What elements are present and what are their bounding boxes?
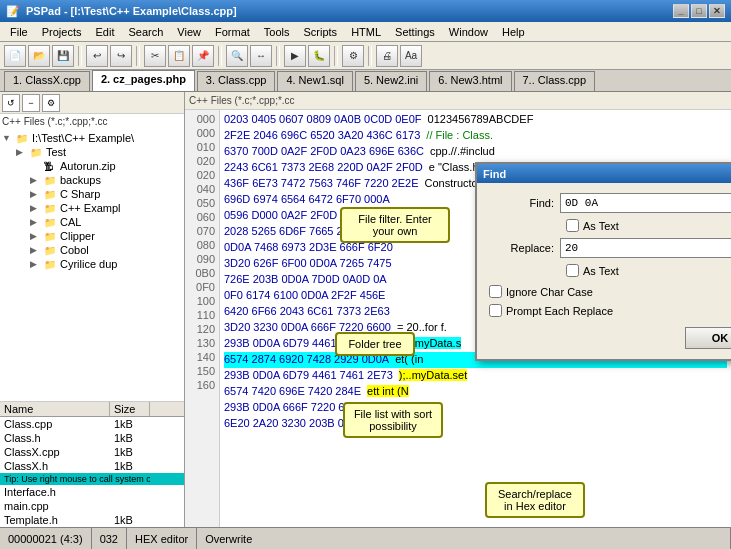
tree-node-root[interactable]: ▼ 📁 I:\Test\C++ Example\ (2, 131, 182, 145)
print-button[interactable]: 🖨 (376, 45, 398, 67)
status-col: 032 (92, 528, 127, 549)
filelist-body: Class.cpp 1kB Class.h 1kB ClassX.cpp 1kB… (0, 417, 184, 527)
copy-button[interactable]: 📋 (168, 45, 190, 67)
tree-node-backups[interactable]: ▶ 📁 backups (2, 173, 182, 187)
expand-icon: ▶ (30, 245, 42, 255)
menu-view[interactable]: View (171, 25, 207, 39)
close-button[interactable]: ✕ (709, 4, 725, 18)
folder-tree[interactable]: ▼ 📁 I:\Test\C++ Example\ ▶ 📁 Test 🗜 Auto… (0, 129, 184, 401)
tab-class-cpp2[interactable]: 7.. Class.cpp (514, 71, 596, 91)
cut-button[interactable]: ✂ (144, 45, 166, 67)
find-button[interactable]: 🔍 (226, 45, 248, 67)
tree-node-cal[interactable]: ▶ 📁 CAL (2, 215, 182, 229)
save-button[interactable]: 💾 (52, 45, 74, 67)
replace-input[interactable] (560, 238, 731, 258)
tab-classx-cpp[interactable]: 1. ClassX.cpp (4, 71, 90, 91)
replace-astext-checkbox[interactable] (566, 264, 579, 277)
replace-row: Replace: (489, 238, 731, 258)
file-size: 1kB (110, 514, 150, 526)
sidebar-settings-button[interactable]: ⚙ (42, 94, 60, 112)
tab-cz-pages[interactable]: 2. cz_pages.php (92, 70, 195, 91)
file-icon: 🗜 (44, 161, 58, 172)
tab-new1-sql[interactable]: 4. New1.sql (277, 71, 352, 91)
minimize-button[interactable]: _ (673, 4, 689, 18)
paste-button[interactable]: 📌 (192, 45, 214, 67)
new-button[interactable]: 📄 (4, 45, 26, 67)
menu-search[interactable]: Search (122, 25, 169, 39)
titlebar: 📝 PSPad - [I:\Test\C++ Example\Class.cpp… (0, 0, 731, 22)
ok-button[interactable]: OK (685, 327, 731, 349)
run-button[interactable]: ▶ (284, 45, 306, 67)
expand-icon: ▶ (30, 175, 42, 185)
maximize-button[interactable]: □ (691, 4, 707, 18)
menu-window[interactable]: Window (443, 25, 494, 39)
list-item[interactable]: main.cpp (0, 499, 184, 513)
menu-format[interactable]: Format (209, 25, 256, 39)
tree-node-cyrilice[interactable]: ▶ 📁 Cyrilice dup (2, 257, 182, 271)
undo-button[interactable]: ↩ (86, 45, 108, 67)
list-item[interactable]: Template.h 1kB (0, 513, 184, 527)
menu-file[interactable]: File (4, 25, 34, 39)
sidebar-refresh-button[interactable]: ↺ (2, 94, 20, 112)
redo-button[interactable]: ↪ (110, 45, 132, 67)
open-button[interactable]: 📂 (28, 45, 50, 67)
list-item[interactable]: Class.cpp 1kB (0, 417, 184, 431)
menubar: File Projects Edit Search View Format To… (0, 22, 731, 42)
tabs: 1. ClassX.cpp 2. cz_pages.php 3. Class.c… (0, 70, 731, 92)
tree-node-cpp-exampl[interactable]: ▶ 📁 C++ Exampl (2, 201, 182, 215)
replace-astext-label: As Text (583, 265, 619, 277)
find-dialog: Find ? ✕ Find: As Text Replace: (475, 162, 731, 361)
list-item[interactable]: ClassX.h 1kB (0, 459, 184, 473)
tab-class-cpp[interactable]: 3. Class.cpp (197, 71, 276, 91)
list-item[interactable]: ClassX.cpp 1kB (0, 445, 184, 459)
titlebar-controls[interactable]: _ □ ✕ (673, 4, 725, 18)
list-item[interactable]: Interface.h (0, 485, 184, 499)
tree-node-cobol[interactable]: ▶ 📁 Cobol (2, 243, 182, 257)
menu-settings[interactable]: Settings (389, 25, 441, 39)
menu-html[interactable]: HTML (345, 25, 387, 39)
tree-node-clipper[interactable]: ▶ 📁 Clipper (2, 229, 182, 243)
sidebar: ↺ − ⚙ C++ Files (*.c;*.cpp;*.cc ▼ 📁 I:\T… (0, 92, 185, 527)
prompt-replace-row: Prompt Each Replace (489, 304, 731, 317)
menu-projects[interactable]: Projects (36, 25, 88, 39)
folder-icon: 📁 (16, 133, 30, 144)
sidebar-collapse-button[interactable]: − (22, 94, 40, 112)
col-size[interactable]: Size (110, 402, 150, 416)
tree-label: backups (60, 174, 101, 186)
menu-edit[interactable]: Edit (89, 25, 120, 39)
prompt-replace-checkbox[interactable] (489, 304, 502, 317)
tree-node-test[interactable]: ▶ 📁 Test (2, 145, 182, 159)
code-editor[interactable]: C++ Files (*.c;*.cpp;*.cc 000 000 010 02… (185, 92, 731, 527)
menu-scripts[interactable]: Scripts (298, 25, 344, 39)
col-name[interactable]: Name (0, 402, 110, 416)
folder-icon: 📁 (30, 147, 44, 158)
col-text: 032 (100, 533, 118, 545)
find-input[interactable] (560, 193, 731, 213)
format-button[interactable]: Aa (400, 45, 422, 67)
folder-icon: 📁 (44, 245, 58, 256)
list-item[interactable]: Class.h 1kB (0, 431, 184, 445)
find-astext-checkbox[interactable] (566, 219, 579, 232)
tab-new3-html[interactable]: 6. New3.html (429, 71, 511, 91)
tab-new2-ini[interactable]: 5. New2.ini (355, 71, 427, 91)
file-name: Class.cpp (0, 418, 110, 430)
options-section: Ignore Char Case Prompt Each Replace (489, 285, 731, 317)
prompt-replace-label: Prompt Each Replace (506, 305, 613, 317)
settings-button[interactable]: ⚙ (342, 45, 364, 67)
file-name: Interface.h (0, 486, 110, 498)
tree-node-csharp[interactable]: ▶ 📁 C Sharp (2, 187, 182, 201)
ignore-case-checkbox[interactable] (489, 285, 502, 298)
line-numbers: 000 000 010 020 020 040 050 060 070 080 … (185, 110, 220, 527)
file-name: main.cpp (0, 500, 110, 512)
position-text: 00000021 (4:3) (8, 533, 83, 545)
tree-label: Autorun.zip (60, 160, 116, 172)
menu-help[interactable]: Help (496, 25, 531, 39)
replace-button[interactable]: ↔ (250, 45, 272, 67)
expand-icon: ▶ (30, 203, 42, 213)
menu-tools[interactable]: Tools (258, 25, 296, 39)
find-label: Find: (489, 197, 554, 209)
debug-button[interactable]: 🐛 (308, 45, 330, 67)
tree-node-autorun[interactable]: 🗜 Autorun.zip (2, 159, 182, 173)
list-item-tip[interactable]: Tip: Use right mouse to call system cont… (0, 473, 184, 485)
find-astext-row: As Text (566, 219, 731, 232)
